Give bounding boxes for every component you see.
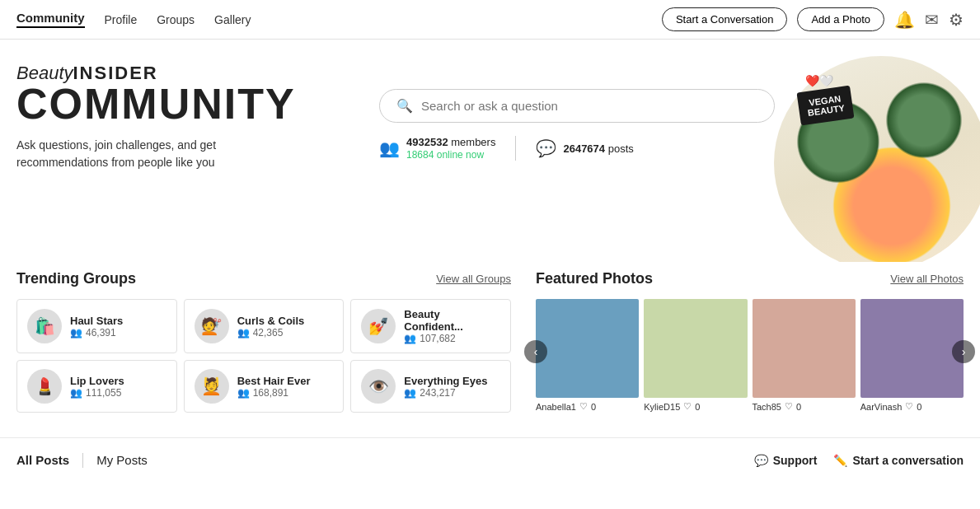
view-all-photos-link[interactable]: View all Photos bbox=[890, 273, 964, 285]
photo-box bbox=[536, 299, 639, 398]
posts-stat: 💬 2647674 posts bbox=[536, 138, 633, 158]
heart-icon: ♡ bbox=[579, 401, 588, 412]
photo-likes: 0 bbox=[796, 402, 801, 412]
photo-likes: 0 bbox=[591, 402, 596, 412]
group-card[interactable]: 💄 Lip Lovers 👥 111,055 bbox=[16, 360, 177, 413]
start-conv-label: Start a conversation bbox=[852, 454, 964, 467]
nav-left: Community Profile Groups Gallery bbox=[16, 11, 251, 28]
carousel-prev-button[interactable]: ‹ bbox=[524, 340, 547, 363]
group-card[interactable]: 💇 Curls & Coils 👥 42,365 bbox=[184, 299, 345, 353]
nav-right: Start a Conversation Add a Photo 🔔 ✉ ⚙ bbox=[662, 7, 964, 31]
group-card[interactable]: 🛍️ Haul Stars 👥 46,391 bbox=[16, 299, 177, 353]
hero-subtitle: Ask questions, join challenges, and get … bbox=[16, 137, 247, 171]
photo-user: KylieD15 bbox=[644, 402, 680, 412]
photo-placeholder bbox=[860, 299, 964, 398]
search-icon: 🔍 bbox=[396, 98, 413, 114]
heart-icon: ♡ bbox=[785, 401, 793, 412]
hero-title-big: COMMUNITY bbox=[16, 82, 330, 125]
posts-count: 2647674 bbox=[563, 142, 605, 155]
community-stats: 👥 4932532 members 18684 online now 💬 264… bbox=[379, 136, 634, 161]
photo-caption: Anabella1 ♡ 0 bbox=[536, 401, 639, 412]
nav-link-gallery[interactable]: Gallery bbox=[214, 13, 251, 26]
group-name: Beauty Confident... bbox=[404, 308, 500, 333]
photo-item[interactable]: Anabella1 ♡ 0 bbox=[536, 299, 639, 412]
photo-likes: 0 bbox=[695, 402, 700, 412]
notification-icon[interactable]: 🔔 bbox=[894, 10, 915, 30]
bottom-bar: All Posts My Posts 💬 Support ✏️ Start a … bbox=[0, 437, 980, 479]
group-members-icon: 👥 bbox=[404, 333, 416, 344]
navigation: Community Profile Groups Gallery Start a… bbox=[0, 0, 980, 40]
nav-link-profile[interactable]: Profile bbox=[105, 13, 138, 26]
group-card[interactable]: 💅 Beauty Confident... 👥 107,682 bbox=[350, 299, 511, 353]
group-members-icon: 👥 bbox=[404, 387, 416, 399]
edit-icon: ✏️ bbox=[833, 454, 847, 467]
search-bar[interactable]: 🔍 bbox=[379, 89, 775, 123]
heart-icon: ♡ bbox=[905, 401, 913, 412]
group-name: Best Hair Ever bbox=[237, 375, 311, 387]
photo-caption: KylieD15 ♡ 0 bbox=[644, 401, 747, 412]
group-members: 👥 243,217 bbox=[404, 387, 487, 399]
photo-placeholder bbox=[753, 299, 856, 398]
group-members-icon: 👥 bbox=[70, 387, 82, 399]
photo-user: AarVinash bbox=[860, 402, 903, 412]
groups-grid: 🛍️ Haul Stars 👥 46,391 💇 Curls & Coils 👥… bbox=[16, 299, 511, 413]
members-label: members bbox=[451, 136, 495, 148]
support-button[interactable]: 💬 Support bbox=[754, 454, 818, 467]
tab-all-posts[interactable]: All Posts bbox=[16, 450, 69, 470]
bottom-actions: 💬 Support ✏️ Start a conversation bbox=[754, 454, 964, 467]
add-photo-button[interactable]: Add a Photo bbox=[797, 7, 884, 31]
photo-likes: 0 bbox=[917, 402, 921, 412]
hearts-decoration: ❤️🤍 bbox=[805, 74, 833, 87]
photo-box bbox=[644, 299, 747, 398]
settings-icon[interactable]: ⚙ bbox=[949, 10, 964, 30]
photo-placeholder bbox=[644, 299, 747, 398]
group-name: Lip Lovers bbox=[70, 375, 124, 387]
featured-photos-section: Featured Photos View all Photos ‹ Anabel… bbox=[536, 270, 964, 413]
photos-title: Featured Photos bbox=[536, 270, 653, 287]
group-name: Everything Eyes bbox=[404, 375, 487, 387]
hero-section: BeautyINSIDER COMMUNITY Ask questions, j… bbox=[0, 40, 980, 262]
groups-title: Trending Groups bbox=[16, 270, 136, 287]
group-avatar: 💄 bbox=[27, 369, 62, 404]
group-name: Haul Stars bbox=[70, 315, 123, 327]
heart-icon: ♡ bbox=[683, 401, 692, 412]
support-label: Support bbox=[773, 454, 818, 467]
group-card[interactable]: 👁️ Everything Eyes 👥 243,217 bbox=[350, 360, 511, 413]
start-conversation-button[interactable]: Start a Conversation bbox=[662, 7, 788, 31]
view-all-groups-link[interactable]: View all Groups bbox=[436, 273, 511, 285]
posts-label: posts bbox=[608, 142, 634, 155]
photo-caption: Tach85 ♡ 0 bbox=[753, 401, 856, 412]
group-members: 👥 111,055 bbox=[70, 387, 124, 399]
two-column-layout: Trending Groups View all Groups 🛍️ Haul … bbox=[16, 270, 964, 413]
group-members-icon: 👥 bbox=[237, 327, 250, 339]
hero-image: ❤️🤍 VEGAN BEAUTY bbox=[757, 40, 980, 262]
photos-carousel: ‹ Anabella1 ♡ 0 KylieD15 ♡ 0 Tach85 ♡ 0 bbox=[536, 299, 964, 412]
stat-divider bbox=[515, 136, 516, 161]
tab-my-posts[interactable]: My Posts bbox=[96, 450, 148, 470]
photo-item[interactable]: KylieD15 ♡ 0 bbox=[644, 299, 747, 412]
carousel-next-button[interactable]: › bbox=[952, 340, 975, 363]
group-name: Curls & Coils bbox=[237, 315, 305, 327]
mail-icon[interactable]: ✉ bbox=[925, 10, 939, 30]
group-members: 👥 42,365 bbox=[237, 327, 305, 339]
group-avatar: 👁️ bbox=[361, 369, 396, 404]
posts-icon: 💬 bbox=[536, 138, 556, 158]
hero-branding: BeautyINSIDER COMMUNITY Ask questions, j… bbox=[16, 64, 330, 171]
trending-groups-section: Trending Groups View all Groups 🛍️ Haul … bbox=[16, 270, 511, 413]
group-avatar: 💅 bbox=[361, 309, 396, 343]
photo-item[interactable]: AarVinash ♡ 0 bbox=[860, 299, 964, 412]
start-conversation-bottom-button[interactable]: ✏️ Start a conversation bbox=[833, 454, 964, 467]
groups-header: Trending Groups View all Groups bbox=[16, 270, 511, 287]
posts-tabs: All Posts My Posts bbox=[16, 450, 148, 470]
nav-brand[interactable]: Community bbox=[16, 11, 85, 28]
group-members-icon: 👥 bbox=[237, 387, 250, 399]
search-input[interactable] bbox=[421, 99, 757, 113]
support-icon: 💬 bbox=[754, 454, 768, 467]
members-stat: 👥 4932532 members 18684 online now bbox=[379, 136, 495, 161]
photos-row: Anabella1 ♡ 0 KylieD15 ♡ 0 Tach85 ♡ 0 Aa… bbox=[536, 299, 964, 412]
group-card[interactable]: 💆 Best Hair Ever 👥 168,891 bbox=[184, 360, 345, 413]
nav-link-groups[interactable]: Groups bbox=[157, 13, 195, 26]
group-avatar: 🛍️ bbox=[27, 309, 62, 343]
group-avatar: 💆 bbox=[195, 369, 229, 404]
photo-item[interactable]: Tach85 ♡ 0 bbox=[753, 299, 856, 412]
